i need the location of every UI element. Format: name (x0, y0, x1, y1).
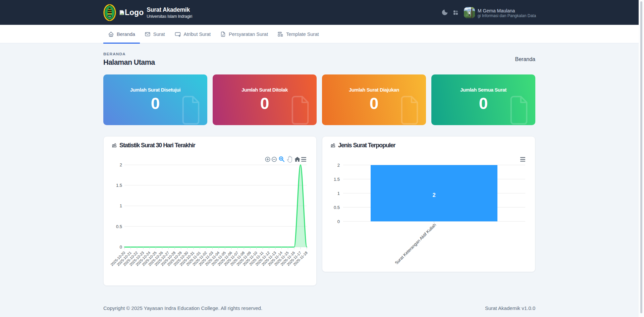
svg-text:0: 0 (120, 245, 122, 250)
svg-text:1: 1 (337, 191, 340, 196)
svg-text:0.5: 0.5 (334, 205, 340, 210)
svg-text:0.5: 0.5 (116, 224, 122, 229)
svg-text:Surat Keterangan Aktif Kuliah: Surat Keterangan Aktif Kuliah (394, 222, 437, 266)
svg-text:1: 1 (120, 203, 122, 208)
svg-text:2: 2 (432, 192, 435, 198)
svg-text:2: 2 (120, 162, 122, 167)
svg-text:1.5: 1.5 (116, 183, 122, 188)
svg-text:2: 2 (337, 163, 340, 168)
svg-text:0: 0 (337, 219, 340, 224)
svg-text:1.5: 1.5 (334, 177, 340, 182)
